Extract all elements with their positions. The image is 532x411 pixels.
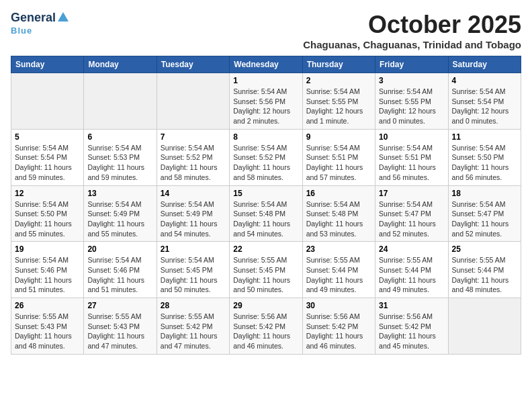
calendar-cell: 17Sunrise: 5:54 AM Sunset: 5:47 PM Dayli… [375, 185, 448, 242]
calendar-cell [448, 298, 521, 355]
calendar-cell: 14Sunrise: 5:54 AM Sunset: 5:49 PM Dayli… [157, 185, 229, 242]
day-number: 12 [15, 189, 80, 198]
cell-info: Sunrise: 5:54 AM Sunset: 5:53 PM Dayligh… [87, 143, 152, 183]
day-number: 29 [233, 301, 298, 310]
day-number: 25 [452, 244, 517, 254]
logo-icon [57, 11, 69, 23]
cell-info: Sunrise: 5:54 AM Sunset: 5:56 PM Dayligh… [233, 87, 298, 126]
calendar-cell [84, 73, 157, 130]
calendar-cell: 7Sunrise: 5:54 AM Sunset: 5:52 PM Daylig… [157, 129, 229, 185]
cell-info: Sunrise: 5:54 AM Sunset: 5:54 PM Dayligh… [15, 143, 80, 183]
day-number: 14 [161, 189, 226, 198]
cell-info: Sunrise: 5:56 AM Sunset: 5:42 PM Dayligh… [233, 312, 298, 351]
cell-info: Sunrise: 5:54 AM Sunset: 5:46 PM Dayligh… [15, 255, 80, 295]
cell-info: Sunrise: 5:54 AM Sunset: 5:48 PM Dayligh… [233, 199, 298, 239]
day-number: 3 [379, 76, 444, 85]
day-number: 15 [233, 189, 298, 198]
day-number: 13 [87, 189, 152, 198]
calendar-cell: 15Sunrise: 5:54 AM Sunset: 5:48 PM Dayli… [230, 185, 302, 242]
calendar-cell: 10Sunrise: 5:54 AM Sunset: 5:51 PM Dayli… [375, 129, 448, 185]
calendar-cell: 3Sunrise: 5:54 AM Sunset: 5:55 PM Daylig… [375, 73, 448, 130]
day-number: 7 [161, 132, 226, 142]
calendar-cell: 28Sunrise: 5:55 AM Sunset: 5:42 PM Dayli… [157, 298, 229, 355]
cell-info: Sunrise: 5:55 AM Sunset: 5:44 PM Dayligh… [379, 255, 444, 295]
day-number: 30 [306, 301, 371, 310]
header-row: SundayMondayTuesdayWednesdayThursdayFrid… [11, 56, 521, 73]
day-number: 21 [161, 244, 226, 254]
cell-info: Sunrise: 5:54 AM Sunset: 5:51 PM Dayligh… [379, 143, 444, 183]
column-header-wednesday: Wednesday [230, 56, 302, 73]
calendar-cell: 9Sunrise: 5:54 AM Sunset: 5:51 PM Daylig… [302, 129, 375, 185]
calendar-cell: 27Sunrise: 5:55 AM Sunset: 5:43 PM Dayli… [84, 298, 157, 355]
cell-info: Sunrise: 5:56 AM Sunset: 5:42 PM Dayligh… [306, 312, 371, 351]
cell-info: Sunrise: 5:56 AM Sunset: 5:42 PM Dayligh… [379, 312, 444, 351]
cell-info: Sunrise: 5:55 AM Sunset: 5:43 PM Dayligh… [87, 312, 152, 351]
logo: General Blue [11, 11, 69, 36]
calendar-table: SundayMondayTuesdayWednesdayThursdayFrid… [11, 56, 521, 355]
cell-info: Sunrise: 5:54 AM Sunset: 5:46 PM Dayligh… [87, 255, 152, 295]
calendar-cell: 25Sunrise: 5:55 AM Sunset: 5:44 PM Dayli… [448, 242, 521, 298]
cell-info: Sunrise: 5:54 AM Sunset: 5:47 PM Dayligh… [379, 199, 444, 239]
cell-info: Sunrise: 5:54 AM Sunset: 5:51 PM Dayligh… [306, 143, 371, 183]
calendar-cell: 12Sunrise: 5:54 AM Sunset: 5:50 PM Dayli… [11, 185, 84, 242]
day-number: 19 [15, 244, 80, 254]
column-header-monday: Monday [84, 56, 157, 73]
calendar-cell: 1Sunrise: 5:54 AM Sunset: 5:56 PM Daylig… [230, 73, 302, 130]
calendar-cell: 8Sunrise: 5:54 AM Sunset: 5:52 PM Daylig… [230, 129, 302, 185]
cell-info: Sunrise: 5:54 AM Sunset: 5:49 PM Dayligh… [87, 199, 152, 239]
calendar-cell: 2Sunrise: 5:54 AM Sunset: 5:55 PM Daylig… [302, 73, 375, 130]
cell-info: Sunrise: 5:54 AM Sunset: 5:54 PM Dayligh… [452, 87, 517, 126]
day-number: 11 [452, 132, 517, 142]
column-header-saturday: Saturday [448, 56, 521, 73]
day-number: 8 [233, 132, 298, 142]
day-number: 9 [306, 132, 371, 142]
calendar-cell: 22Sunrise: 5:55 AM Sunset: 5:45 PM Dayli… [230, 242, 302, 298]
day-number: 26 [15, 301, 80, 310]
cell-info: Sunrise: 5:54 AM Sunset: 5:55 PM Dayligh… [379, 87, 444, 126]
cell-info: Sunrise: 5:54 AM Sunset: 5:47 PM Dayligh… [452, 199, 517, 239]
calendar-cell: 23Sunrise: 5:55 AM Sunset: 5:44 PM Dayli… [302, 242, 375, 298]
column-header-tuesday: Tuesday [157, 56, 229, 73]
week-row-5: 26Sunrise: 5:55 AM Sunset: 5:43 PM Dayli… [11, 298, 521, 355]
cell-info: Sunrise: 5:54 AM Sunset: 5:45 PM Dayligh… [161, 255, 226, 295]
svg-marker-0 [58, 12, 69, 21]
column-header-sunday: Sunday [11, 56, 84, 73]
calendar-cell: 6Sunrise: 5:54 AM Sunset: 5:53 PM Daylig… [84, 129, 157, 185]
cell-info: Sunrise: 5:55 AM Sunset: 5:44 PM Dayligh… [452, 255, 517, 295]
cell-info: Sunrise: 5:55 AM Sunset: 5:45 PM Dayligh… [233, 255, 298, 295]
cell-info: Sunrise: 5:54 AM Sunset: 5:50 PM Dayligh… [15, 199, 80, 239]
day-number: 23 [306, 244, 371, 254]
week-row-2: 5Sunrise: 5:54 AM Sunset: 5:54 PM Daylig… [11, 129, 521, 185]
calendar-cell: 21Sunrise: 5:54 AM Sunset: 5:45 PM Dayli… [157, 242, 229, 298]
day-number: 17 [379, 189, 444, 198]
cell-info: Sunrise: 5:54 AM Sunset: 5:48 PM Dayligh… [306, 199, 371, 239]
calendar-cell: 31Sunrise: 5:56 AM Sunset: 5:42 PM Dayli… [375, 298, 448, 355]
logo-blue: Blue [11, 26, 32, 36]
day-number: 22 [233, 244, 298, 254]
day-number: 5 [15, 132, 80, 142]
subtitle: Chaguanas, Chaguanas, Trinidad and Tobag… [303, 39, 521, 50]
day-number: 24 [379, 244, 444, 254]
week-row-4: 19Sunrise: 5:54 AM Sunset: 5:46 PM Dayli… [11, 242, 521, 298]
cell-info: Sunrise: 5:54 AM Sunset: 5:55 PM Dayligh… [306, 87, 371, 126]
calendar-cell [157, 73, 229, 130]
column-header-thursday: Thursday [302, 56, 375, 73]
calendar-cell: 16Sunrise: 5:54 AM Sunset: 5:48 PM Dayli… [302, 185, 375, 242]
day-number: 27 [87, 301, 152, 310]
day-number: 4 [452, 76, 517, 85]
calendar-cell: 26Sunrise: 5:55 AM Sunset: 5:43 PM Dayli… [11, 298, 84, 355]
day-number: 10 [379, 132, 444, 142]
calendar-cell: 13Sunrise: 5:54 AM Sunset: 5:49 PM Dayli… [84, 185, 157, 242]
cell-info: Sunrise: 5:54 AM Sunset: 5:49 PM Dayligh… [161, 199, 226, 239]
cell-info: Sunrise: 5:55 AM Sunset: 5:42 PM Dayligh… [161, 312, 226, 351]
day-number: 31 [379, 301, 444, 310]
week-row-1: 1Sunrise: 5:54 AM Sunset: 5:56 PM Daylig… [11, 73, 521, 130]
column-header-friday: Friday [375, 56, 448, 73]
day-number: 20 [87, 244, 152, 254]
calendar-cell: 18Sunrise: 5:54 AM Sunset: 5:47 PM Dayli… [448, 185, 521, 242]
cell-info: Sunrise: 5:54 AM Sunset: 5:50 PM Dayligh… [452, 143, 517, 183]
page-header: General Blue October 2025 Chaguanas, Cha… [11, 11, 521, 50]
cell-info: Sunrise: 5:55 AM Sunset: 5:44 PM Dayligh… [306, 255, 371, 295]
calendar-cell: 5Sunrise: 5:54 AM Sunset: 5:54 PM Daylig… [11, 129, 84, 185]
calendar-cell: 29Sunrise: 5:56 AM Sunset: 5:42 PM Dayli… [230, 298, 302, 355]
